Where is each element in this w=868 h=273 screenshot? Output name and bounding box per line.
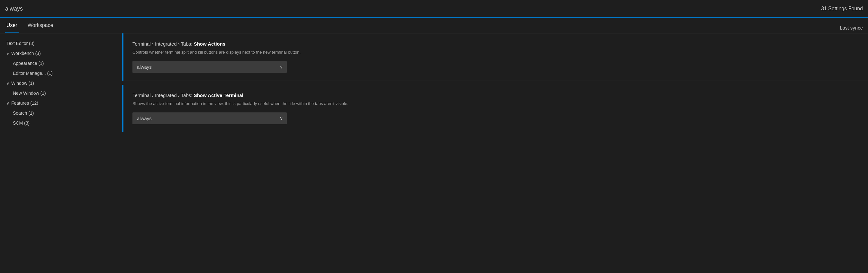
breadcrumb-normal: Terminal › Integrated › Tabs:: [132, 41, 194, 46]
settings-count: 31 Settings Found: [821, 6, 863, 11]
tab-user[interactable]: User: [5, 18, 19, 33]
tab-workspace[interactable]: Workspace: [26, 18, 55, 33]
setting-dropdown-wrapper-show-active-terminal: always never singleTerminal singleTermin…: [132, 112, 287, 124]
sidebar: Text Editor (3) ∨ Workbench (3) Appearan…: [0, 33, 122, 273]
setting-dropdown-show-active-terminal[interactable]: always never singleTerminal singleTermin…: [132, 112, 287, 124]
sidebar-item-appearance[interactable]: Appearance (1): [0, 59, 122, 68]
sidebar-item-text-editor[interactable]: Text Editor (3): [0, 38, 122, 48]
chevron-down-icon: ∨: [6, 80, 9, 87]
sidebar-item-label: Search (1): [13, 110, 34, 116]
main-content: Text Editor (3) ∨ Workbench (3) Appearan…: [0, 33, 868, 273]
sidebar-item-label: Text Editor (3): [6, 40, 34, 47]
breadcrumb-bold: Show Actions: [194, 41, 226, 46]
sidebar-item-window[interactable]: ∨ Window (1): [0, 78, 122, 88]
search-bar: 31 Settings Found: [0, 0, 868, 18]
sidebar-item-label: SCM (3): [13, 120, 30, 127]
tabs-row: User Workspace Last synce: [0, 18, 868, 33]
chevron-down-icon: ∨: [6, 101, 9, 106]
sidebar-item-search[interactable]: Search (1): [0, 108, 122, 118]
chevron-down-icon: ∨: [6, 51, 9, 57]
sidebar-item-new-window[interactable]: New Window (1): [0, 88, 122, 98]
search-input[interactable]: [5, 5, 821, 12]
sidebar-item-label: Editor Manage... (1): [13, 70, 53, 77]
content-area: Terminal › Integrated › Tabs: Show Actio…: [122, 33, 868, 273]
sidebar-item-workbench[interactable]: ∨ Workbench (3): [0, 48, 122, 59]
setting-show-actions: Terminal › Integrated › Tabs: Show Actio…: [122, 33, 868, 81]
setting-title-show-actions: Terminal › Integrated › Tabs: Show Actio…: [132, 41, 858, 46]
breadcrumb-bold: Show Active Terminal: [194, 93, 243, 98]
sidebar-item-label: Window (1): [11, 80, 34, 87]
sidebar-item-editor-manage[interactable]: Editor Manage... (1): [0, 68, 122, 78]
last-sync: Last synce: [840, 25, 863, 33]
sidebar-item-features[interactable]: ∨ Features (12): [0, 98, 122, 108]
sidebar-item-label: Features (12): [11, 100, 38, 107]
setting-show-active-terminal: Terminal › Integrated › Tabs: Show Activ…: [122, 85, 868, 132]
sidebar-item-label: Workbench (3): [11, 50, 41, 57]
setting-title-show-active-terminal: Terminal › Integrated › Tabs: Show Activ…: [132, 93, 858, 98]
setting-dropdown-wrapper-show-actions: always never singleTerminal singleTermin…: [132, 61, 287, 73]
sidebar-item-label: Appearance (1): [13, 60, 44, 67]
sidebar-item-scm[interactable]: SCM (3): [0, 118, 122, 128]
setting-description-show-active-terminal: Shows the active terminal information in…: [132, 101, 486, 107]
breadcrumb-normal: Terminal › Integrated › Tabs:: [132, 93, 194, 98]
setting-description-show-actions: Controls whether terminal split and kill…: [132, 49, 486, 56]
setting-dropdown-show-actions[interactable]: always never singleTerminal singleTermin…: [132, 61, 287, 73]
sidebar-item-label: New Window (1): [13, 90, 46, 97]
